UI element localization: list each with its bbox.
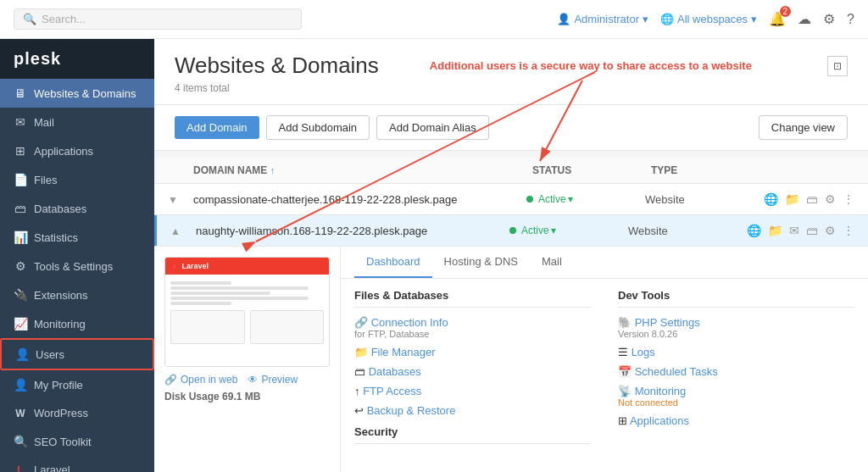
domain-row-header-expanded[interactable]: ▲ naughty-williamson.168-119-22-228.ples… xyxy=(154,215,868,246)
backup-restore-link[interactable]: Backup & Restore xyxy=(367,404,456,417)
notifications-button[interactable]: 🔔 2 xyxy=(769,11,786,27)
globe-icon: 🌐 xyxy=(660,13,674,25)
sidebar-item-laravel[interactable]: L Laravel xyxy=(0,456,154,472)
chevron-down-icon: ▾ xyxy=(643,13,648,25)
sidebar-item-files[interactable]: 📄 Files xyxy=(0,165,154,194)
domain-preview: 🔺 Laravel xyxy=(154,247,341,472)
sidebar-item-websites-domains[interactable]: 🖥 Websites & Domains xyxy=(0,79,154,108)
monitor-icon: 🖥 xyxy=(14,86,27,100)
backup-restore-item: ↩ Backup & Restore xyxy=(354,404,591,417)
ftp-access-link[interactable]: FTP Access xyxy=(363,385,421,397)
settings-row-icon[interactable]: ⚙ xyxy=(825,224,836,237)
workspace-label: All webspaces xyxy=(677,13,748,25)
search-icon: 🔍 xyxy=(23,13,36,25)
security-title: Security xyxy=(354,425,591,444)
profile-icon: 👤 xyxy=(14,378,27,391)
preview-icon: 👁 xyxy=(248,374,258,386)
topbar: 🔍 Search... 👤 Administrator ▾ 🌐 All webs… xyxy=(0,0,868,39)
mail-row-icon[interactable]: ✉ xyxy=(789,224,799,237)
status-badge: Active ▾ xyxy=(526,193,645,205)
add-domain-alias-button[interactable]: Add Domain Alias xyxy=(376,115,489,140)
sidebar-label: Databases xyxy=(34,203,86,215)
extensions-icon[interactable]: ⚙ xyxy=(823,11,835,27)
ftp-access-item: ↑ FTP Access xyxy=(354,385,591,397)
chevron-down-icon: ▾ xyxy=(551,225,556,236)
globe-row-icon[interactable]: 🌐 xyxy=(747,224,761,237)
connection-info-link[interactable]: Connection Info xyxy=(371,316,448,329)
sidebar-item-monitoring[interactable]: 📈 Monitoring xyxy=(0,309,154,338)
sidebar-label: SEO Toolkit xyxy=(34,436,92,448)
domain-row-header[interactable]: ▼ compassionate-chatterjee.168-119-22-22… xyxy=(154,184,868,214)
ftp-icon: ↑ xyxy=(354,385,360,397)
folder-row-icon[interactable]: 📁 xyxy=(785,192,799,206)
schedule-icon: 📅 xyxy=(618,365,632,378)
user-menu[interactable]: 👤 Administrator ▾ xyxy=(557,13,648,25)
php-icon: 🐘 xyxy=(618,316,632,329)
php-settings-link[interactable]: PHP Settings xyxy=(635,316,700,329)
preview-link[interactable]: 👁 Preview xyxy=(248,374,298,386)
sidebar-item-my-profile[interactable]: 👤 My Profile xyxy=(0,370,154,399)
sidebar-label: Mail xyxy=(34,116,54,129)
folder-icon: 📁 xyxy=(354,346,368,358)
table-header: Domain name ↑ Status Type xyxy=(154,158,868,184)
tab-hosting-dns[interactable]: Hosting & DNS xyxy=(432,247,530,278)
more-row-icon[interactable]: ⋮ xyxy=(843,192,854,206)
sidebar-item-applications[interactable]: ⊞ Applications xyxy=(0,136,154,165)
logs-link[interactable]: Logs xyxy=(632,346,655,358)
settings-row-icon[interactable]: ⚙ xyxy=(825,192,836,206)
more-row-icon[interactable]: ⋮ xyxy=(843,224,854,237)
database-row-icon[interactable]: 🗃 xyxy=(806,192,818,206)
help-icon[interactable]: ? xyxy=(847,12,854,27)
sidebar-item-tools-settings[interactable]: ⚙ Tools & Settings xyxy=(0,252,154,280)
status-badge: Active ▾ xyxy=(509,225,628,236)
connection-info-sub: for FTP, Database xyxy=(354,329,591,339)
tab-dashboard[interactable]: Dashboard xyxy=(354,247,432,278)
dev-tools-title: Dev Tools xyxy=(618,289,854,308)
folder-row-icon[interactable]: 📁 xyxy=(768,224,782,237)
sidebar-item-wordpress[interactable]: W WordPress xyxy=(0,399,154,427)
apps-icon: ⊞ xyxy=(14,144,27,158)
open-in-web-link[interactable]: 🔗 Open in web xyxy=(164,374,237,386)
sidebar-item-databases[interactable]: 🗃 Databases xyxy=(0,194,154,223)
workspace-selector[interactable]: 🌐 All webspaces ▾ xyxy=(660,13,757,25)
applications-link[interactable]: Applications xyxy=(630,414,689,427)
sidebar-item-users[interactable]: 👤 Users xyxy=(0,338,154,370)
sidebar-label: Websites & Domains xyxy=(34,87,136,100)
domain-name-col[interactable]: Domain name ↑ xyxy=(193,164,532,176)
file-manager-link[interactable]: File Manager xyxy=(371,346,436,358)
main-content: Websites & Domains 4 items total Additio… xyxy=(154,39,868,472)
website-preview: 🔺 Laravel xyxy=(164,257,330,367)
chevron-up-icon: ▲ xyxy=(170,225,181,237)
monitoring-status: Not connected xyxy=(618,397,854,408)
topbar-right: 👤 Administrator ▾ 🌐 All webspaces ▾ 🔔 2 … xyxy=(557,11,854,27)
globe-row-icon[interactable]: 🌐 xyxy=(764,192,778,206)
file-manager-item: 📁 File Manager xyxy=(354,346,591,358)
domain-table: Domain name ↑ Status Type ▼ xyxy=(154,158,868,472)
tab-mail[interactable]: Mail xyxy=(530,247,574,278)
page-title: Websites & Domains xyxy=(175,53,379,79)
annotation-text: Additional users is a secure way to shar… xyxy=(430,59,752,72)
change-view-button[interactable]: Change view xyxy=(759,115,848,140)
page-header: Websites & Domains 4 items total Additio… xyxy=(154,39,868,105)
sidebar-item-mail[interactable]: ✉ Mail xyxy=(0,108,154,136)
cloud-icon[interactable]: ☁ xyxy=(798,11,811,27)
php-settings-item: 🐘 PHP Settings Version 8.0.26 xyxy=(618,316,854,339)
sidebar-label: Extensions xyxy=(34,289,88,302)
database-row-icon[interactable]: 🗃 xyxy=(806,224,818,237)
add-domain-button[interactable]: Add Domain xyxy=(175,116,259,139)
databases-link[interactable]: Databases xyxy=(369,365,421,378)
sidebar-label: Users xyxy=(36,348,64,361)
monitoring-link[interactable]: Monitoring xyxy=(635,385,687,397)
user-icon: 👤 xyxy=(557,13,570,25)
sidebar-item-seo-toolkit[interactable]: 🔍 SEO Toolkit xyxy=(0,427,154,456)
sidebar-label: Laravel xyxy=(34,464,70,472)
scheduled-tasks-link[interactable]: Scheduled Tasks xyxy=(635,365,718,378)
search-bar[interactable]: 🔍 Search... xyxy=(14,8,302,30)
add-subdomain-button[interactable]: Add Subdomain xyxy=(266,115,370,140)
sidebar-item-statistics[interactable]: 📊 Statistics xyxy=(0,223,154,252)
sidebar-item-extensions[interactable]: 🔌 Extensions xyxy=(0,280,154,309)
status-dot xyxy=(509,227,516,234)
php-version: Version 8.0.26 xyxy=(618,329,854,339)
expand-button[interactable]: ⊡ xyxy=(827,59,848,72)
status-dot xyxy=(526,196,533,203)
